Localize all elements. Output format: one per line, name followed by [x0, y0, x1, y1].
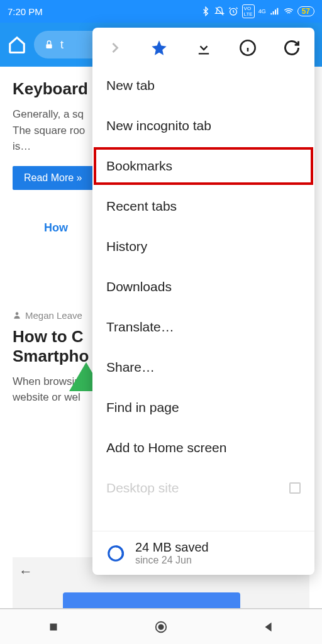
status-bar: 7:20 PM VOLTE 4G 57	[0, 0, 322, 23]
user-icon	[13, 311, 21, 319]
home-button-icon[interactable]	[154, 620, 168, 634]
ad-back-arrow[interactable]: ←	[19, 564, 33, 579]
menu-icon-row	[92, 28, 314, 65]
menu-recent-tabs[interactable]: Recent tabs	[92, 186, 314, 226]
status-icons: VOLTE 4G 57	[201, 4, 314, 18]
menu-new-tab[interactable]: New tab	[92, 65, 314, 106]
volte-icon: VOLTE	[242, 4, 255, 18]
wifi-icon	[284, 6, 294, 16]
menu-new-incognito[interactable]: New incognito tab	[92, 106, 314, 146]
data-saver-icon	[106, 544, 125, 563]
signal-icon	[270, 6, 280, 16]
menu-add-home[interactable]: Add to Home screen	[92, 428, 314, 468]
battery-icon: 57	[297, 6, 314, 16]
notification-off-icon	[214, 6, 225, 16]
menu-downloads[interactable]: Downloads	[92, 267, 314, 307]
browser-overflow-menu: New tab New incognito tab Bookmarks Rece…	[92, 28, 314, 575]
menu-history[interactable]: History	[92, 226, 314, 267]
bluetooth-icon	[201, 6, 211, 16]
reload-icon[interactable]	[283, 39, 301, 57]
lock-icon	[44, 40, 54, 50]
download-icon[interactable]	[195, 39, 213, 57]
menu-desktop-site[interactable]: Desktop site	[92, 468, 314, 508]
recent-apps-icon[interactable]	[47, 620, 60, 634]
home-icon[interactable]	[8, 35, 26, 54]
menu-bookmarks[interactable]: Bookmarks	[92, 146, 314, 186]
svg-rect-6	[50, 623, 57, 630]
status-time: 7:20 PM	[8, 6, 43, 17]
forward-icon[interactable]	[106, 39, 124, 57]
android-nav-bar	[0, 609, 322, 644]
menu-share[interactable]: Share…	[92, 347, 314, 387]
back-icon[interactable]	[262, 620, 275, 634]
menu-translate[interactable]: Translate…	[92, 307, 314, 347]
data-saved-row[interactable]: 24 MB saved since 24 Jun	[92, 531, 314, 575]
alarm-icon	[228, 6, 238, 16]
data-saved-text: 24 MB saved since 24 Jun	[135, 540, 209, 566]
read-more-button[interactable]: Read More »	[13, 166, 94, 190]
menu-list: New tab New incognito tab Bookmarks Rece…	[92, 65, 314, 531]
signal-4g-icon: 4G	[258, 8, 266, 14]
url-text: t	[60, 38, 64, 52]
info-icon[interactable]	[239, 39, 257, 57]
menu-find-in-page[interactable]: Find in page	[92, 387, 314, 428]
svg-rect-1	[46, 44, 52, 48]
svg-point-8	[158, 625, 163, 629]
star-icon[interactable]	[150, 39, 168, 57]
svg-point-2	[16, 312, 19, 315]
checkbox-icon	[289, 482, 301, 494]
